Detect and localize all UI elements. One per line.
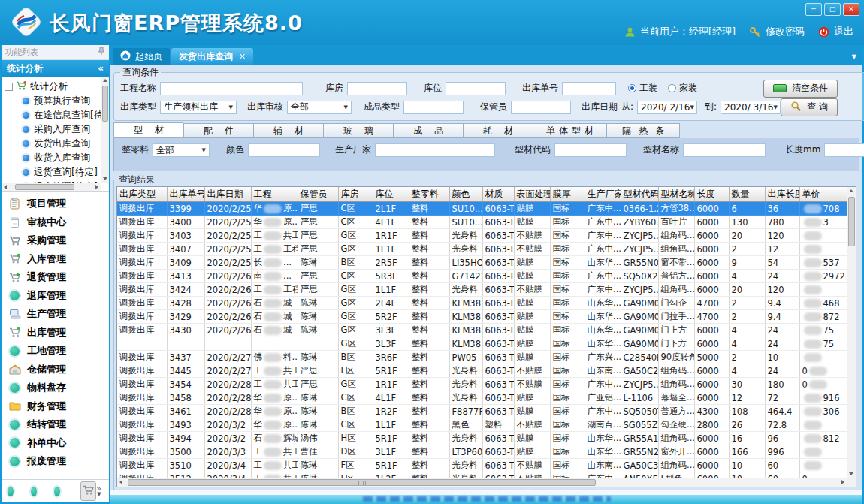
sidebar-item-项目管理[interactable]: 项目管理 (2, 195, 109, 213)
column-header-出库长度[interactable]: 出库长度 (765, 187, 799, 202)
sidebar-item-工地管理[interactable]: 工地管理 (2, 342, 109, 361)
sidebar-item-财务管理[interactable]: 财务管理 (2, 397, 109, 416)
column-header-库位[interactable]: 库位 (373, 187, 409, 202)
audit-select[interactable]: 全部 ▼ (287, 101, 352, 114)
material-tab-辅材[interactable]: 辅材 (253, 123, 323, 138)
table-row[interactable]: 调拨出库34132020/2/26南...严思C区5R3F整料G71422606… (117, 270, 847, 283)
table-row[interactable]: 调拨出库34032020/2/25工共工程严思G区1R1F整料光身料6063-T… (117, 229, 847, 243)
date-to-picker[interactable]: 2020/ 3/16 ▼ (721, 101, 781, 114)
column-header-型材代码[interactable]: 型材代码 (621, 187, 658, 202)
profile-code-input[interactable] (554, 143, 627, 157)
table-row[interactable]: G区3L3F整料KLM38176063-T5贴膜国标山东华...GA90M09.… (117, 337, 847, 351)
tree-root[interactable]: - 统计分析 (5, 79, 101, 94)
search-button[interactable]: 查 询 (781, 98, 838, 116)
homewear-radio[interactable]: 家装 (668, 82, 708, 95)
sidebar-item-退货管理[interactable]: 退货管理 (2, 268, 109, 287)
sidebar-item-出库管理[interactable]: 出库管理 (2, 324, 109, 343)
table-row[interactable]: 调拨出库34002020/2/25华原...严思C区4L1F整料SU10...6… (117, 216, 847, 229)
material-tab-隔热条[interactable]: 隔热条 (606, 123, 680, 138)
column-header-单价[interactable]: 单价 (799, 187, 847, 202)
table-horizontal-scrollbar[interactable] (117, 478, 847, 487)
table-row[interactable]: 调拨出库34582020/2/28华原...陈琳C区4L1F整料光身料6063-… (117, 391, 847, 405)
collapse-icon[interactable]: « (98, 63, 104, 74)
column-header-库房[interactable]: 库房 (338, 187, 373, 202)
profile-name-input[interactable] (683, 143, 766, 157)
tree-item[interactable]: 退货查询[待定] (5, 165, 101, 180)
sidebar-item-补单中心[interactable]: 补单中心 (2, 434, 109, 453)
tree-item[interactable]: 收货入库查询 (5, 151, 101, 165)
sidebar-item-仓储管理[interactable]: 仓储管理 (2, 361, 109, 379)
column-header-出库类型[interactable]: 出库类型 (117, 187, 167, 202)
table-row[interactable]: 调拨出库34452020/2/27工共工程严思F区5R1F整料光身料6063-T… (117, 364, 847, 378)
table-row[interactable]: 调拨出库34282020/2/26石城陈琳G区2L4F整料KLM38176063… (117, 297, 847, 310)
table-vertical-scrollbar[interactable] (847, 187, 856, 478)
table-row[interactable]: 调拨出库34092020/2/25长...陈琳B区2R5F整料LI35HO606… (117, 256, 847, 270)
warehouse-input[interactable] (347, 82, 407, 95)
material-tab-型材[interactable]: 型材 (113, 122, 183, 138)
table-row[interactable]: 调拨出库34542020/2/28工共工程严思G区1R1F整料光身料6063-T… (117, 378, 847, 391)
table-row[interactable]: 调拨出库34612020/2/28华原...陈琳B区1R2F整料F8877FT6… (117, 405, 847, 418)
stat-section-header[interactable]: 统计分析 « (2, 60, 109, 77)
outbound-type-select[interactable]: 生产领料出库 ▼ (160, 101, 237, 114)
tree-item[interactable]: 在途信息查询[待 (5, 108, 101, 122)
maximize-button[interactable]: □ (824, 3, 841, 16)
product-type-input[interactable] (403, 101, 464, 114)
close-button[interactable]: ✕ (843, 3, 859, 16)
factory-input[interactable] (375, 143, 495, 157)
material-tab-配件[interactable]: 配件 (183, 123, 253, 138)
close-tab-icon[interactable]: ✕ (239, 52, 246, 62)
cart-shortcut-button[interactable] (80, 481, 96, 501)
material-tab-成品[interactable]: 成品 (393, 123, 463, 138)
overflow-chevron-icon[interactable]: »▾ (96, 486, 103, 496)
tab-shipment-query[interactable]: 发货出库查询 ✕ (171, 48, 253, 65)
tree-item[interactable]: 发货出库查询 (5, 137, 101, 151)
color-input[interactable] (248, 143, 320, 157)
table-row[interactable]: 调拨出库34942020/3/2石辉城汤伟H区5R1F整料光身料6063-T5贴… (117, 432, 847, 445)
dot-icon[interactable] (54, 487, 60, 496)
table-row[interactable]: 调拨出库34242020/2/26工工程严思G区1L1F整料光身料6063-T5… (117, 283, 847, 297)
table-row[interactable]: 调拨出库34072020/2/25工工程严思G区1L1F整料光身料6063-T5… (117, 243, 847, 256)
column-header-数量[interactable]: 数量 (729, 187, 765, 202)
sidebar-item-物料盘存[interactable]: 物料盘存 (2, 379, 109, 397)
location-input[interactable] (446, 82, 506, 95)
date-from-picker[interactable]: 2020/ 2/16 ▼ (637, 101, 697, 114)
sidebar-item-生产管理[interactable]: 生产管理 (2, 305, 109, 324)
order-no-input[interactable] (562, 82, 616, 95)
dot-icon[interactable] (31, 487, 37, 496)
table-row[interactable]: 调拨出库33992020/2/25华原...严思C区2L1F整料SU10...6… (117, 202, 847, 216)
sidebar-item-结转管理[interactable]: 结转管理 (2, 415, 109, 434)
table-row[interactable]: 调拨出库34292020/2/26石城陈琳G区5R2F整料KLM38176063… (117, 310, 847, 324)
column-header-颜色[interactable]: 颜色 (449, 187, 482, 202)
column-header-材质[interactable]: 材质 (482, 187, 514, 202)
logout-link[interactable]: 退出 (834, 25, 853, 38)
table-row[interactable]: 调拨出库34372020/2/27佛料...陈琳B区3R6F整料PW056063… (117, 351, 847, 364)
tree-item[interactable]: 预算执行查询 (5, 94, 101, 108)
column-header-保管员[interactable]: 保管员 (298, 187, 338, 202)
tree-item[interactable]: 采购入库查询 (5, 122, 101, 137)
column-header-长度[interactable]: 长度 (694, 187, 729, 202)
table-row[interactable]: 调拨出库34302020/2/26石城陈琳G区3L3F整料KLM38176063… (117, 324, 847, 337)
dot-icon[interactable] (8, 487, 14, 496)
sidebar-item-审核中心[interactable]: 审核中心 (2, 213, 109, 232)
sidebar-item-报废管理[interactable]: 报废管理 (2, 452, 109, 471)
project-name-input[interactable] (160, 82, 303, 95)
table-row[interactable]: 调拨出库35002020/3/3工共工程曹佳D区3L1F整料LT3P606063… (117, 445, 847, 459)
change-password-link[interactable]: 修改密码 (766, 25, 805, 38)
material-tab-单体型材[interactable]: 单体型材 (533, 123, 606, 138)
sidebar-item-入库管理[interactable]: 入库管理 (2, 250, 109, 269)
whole-part-select[interactable]: 全部 ▼ (153, 143, 210, 157)
material-tab-玻璃[interactable]: 玻璃 (323, 123, 393, 138)
length-input[interactable] (824, 143, 864, 157)
material-tab-耗材[interactable]: 耗材 (463, 123, 533, 138)
tab-list-caret-icon[interactable]: ▼ (852, 53, 856, 60)
table-row[interactable]: 调拨出库35122020/3/4工共工程陈琳F区1L2F整料光身料6063-T5… (117, 472, 847, 478)
clear-conditions-button[interactable]: 清空条件 (763, 80, 838, 98)
column-header-表面处理[interactable]: 表面处理 (514, 187, 550, 202)
pin-icon[interactable] (98, 47, 105, 58)
tree-expander-icon[interactable]: - (5, 83, 13, 91)
column-header-出库日期[interactable]: 出库日期 (204, 187, 251, 202)
column-header-出库单号[interactable]: 出库单号 (167, 187, 204, 202)
sidebar-item-采购管理[interactable]: 采购管理 (2, 231, 109, 250)
table-row[interactable]: 调拨出库35102020/3/4工共工程陈琳F区5R1F整料光身料6063-T5… (117, 459, 847, 472)
workwear-radio[interactable]: 工装 (628, 82, 668, 95)
